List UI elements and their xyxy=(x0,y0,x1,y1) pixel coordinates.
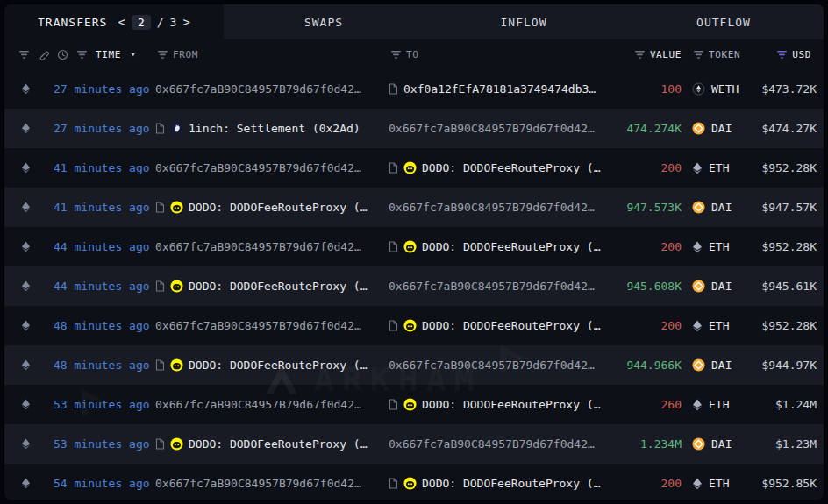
to-address-link[interactable]: 0x667fc7aB90C84957B79d67f0d42… xyxy=(389,122,595,135)
next-page-chevron-icon[interactable]: > xyxy=(182,15,189,29)
from-address-link[interactable]: 0x667fc7aB90C84957B79d67f0d42… xyxy=(155,82,361,96)
dodo-token-icon xyxy=(403,398,417,411)
from-cell: 0x667fc7aB90C84957B79d67f0d42… xyxy=(155,319,389,332)
transfer-row[interactable]: 48 minutes ago0x667fc7aB90C84957B79d67f0… xyxy=(4,306,824,345)
from-entity-link[interactable]: DODO: DODOFeeRouteProxy (… xyxy=(189,280,368,293)
transfer-row[interactable]: 48 minutes agoDODO: DODOFeeRouteProxy (…… xyxy=(4,345,824,385)
filter-icon[interactable] xyxy=(390,50,402,60)
transfers-panel: TRANSFERS < 2 / 3 > SWAPS INFLOW OUTFLOW… xyxy=(4,4,824,500)
transfer-time-link[interactable]: 44 minutes ago xyxy=(46,280,155,293)
transfer-usd-value: $945.61K xyxy=(746,280,824,293)
dodo-token-icon xyxy=(170,280,183,293)
from-cell: 0x667fc7aB90C84957B79d67f0d42… xyxy=(155,161,389,174)
document-icon[interactable] xyxy=(155,123,165,134)
filter-icon[interactable] xyxy=(157,50,168,60)
chain-cell xyxy=(4,438,46,450)
dai-token-icon xyxy=(692,280,705,293)
filter-icon-active[interactable] xyxy=(776,50,788,60)
document-icon[interactable] xyxy=(155,359,165,371)
oneinch-token-icon xyxy=(170,122,183,135)
to-entity-link[interactable]: DODO: DODOFeeRouteProxy (… xyxy=(422,240,601,253)
transfer-row[interactable]: 53 minutes agoDODO: DODOFeeRouteProxy (…… xyxy=(4,424,824,464)
token-cell: ETH xyxy=(682,161,746,174)
transfer-value: 200 xyxy=(618,240,682,253)
transfer-row[interactable]: 44 minutes agoDODO: DODOFeeRouteProxy (…… xyxy=(4,266,824,306)
from-entity-link[interactable]: DODO: DODOFeeRouteProxy (… xyxy=(189,201,368,214)
chain-cell xyxy=(4,241,46,252)
to-entity-link[interactable]: DODO: DODOFeeRouteProxy (… xyxy=(422,477,601,490)
transfer-row[interactable]: 27 minutes ago0x667fc7aB90C84957B79d67f0… xyxy=(4,69,824,109)
transfer-row[interactable]: 54 minutes ago0x667fc7aB90C84957B79d67f0… xyxy=(4,464,824,500)
transfer-row[interactable]: 41 minutes agoDODO: DODOFeeRouteProxy (…… xyxy=(4,188,824,227)
tab-transfers[interactable]: TRANSFERS < 2 / 3 > xyxy=(4,4,224,39)
transfer-time-link[interactable]: 53 minutes ago xyxy=(46,437,155,451)
to-address-link[interactable]: 0xf0a12fEfA78181a3749474db3… xyxy=(403,82,596,96)
document-icon[interactable] xyxy=(389,83,398,95)
filter-icon[interactable] xyxy=(18,50,30,60)
transfer-time-link[interactable]: 53 minutes ago xyxy=(46,398,155,411)
to-entity-link[interactable]: DODO: DODOFeeRouteProxy (… xyxy=(422,319,601,332)
transfer-row[interactable]: 53 minutes ago0x667fc7aB90C84957B79d67f0… xyxy=(4,385,824,424)
document-icon[interactable] xyxy=(389,478,398,489)
dai-token-icon xyxy=(692,358,705,372)
prev-page-chevron-icon[interactable]: < xyxy=(118,15,125,29)
from-address-link[interactable]: 0x667fc7aB90C84957B79d67f0d42… xyxy=(155,240,361,253)
filter-icon[interactable] xyxy=(693,50,704,60)
from-entity-link[interactable]: DODO: DODOFeeRouteProxy (… xyxy=(189,358,368,372)
link-icon[interactable] xyxy=(38,49,49,60)
document-icon[interactable] xyxy=(155,202,165,213)
from-cell: DODO: DODOFeeRouteProxy (… xyxy=(155,358,389,372)
document-icon[interactable] xyxy=(389,320,398,331)
to-address-link[interactable]: 0x667fc7aB90C84957B79d67f0d42… xyxy=(389,201,595,214)
tab-swaps[interactable]: SWAPS xyxy=(224,4,424,39)
transfer-row[interactable]: 41 minutes ago0x667fc7aB90C84957B79d67f0… xyxy=(4,148,824,188)
filter-icon[interactable] xyxy=(76,50,88,60)
to-address-link[interactable]: 0x667fc7aB90C84957B79d67f0d42… xyxy=(389,437,595,451)
from-entity-link[interactable]: DODO: DODOFeeRouteProxy (… xyxy=(189,437,368,451)
clock-icon[interactable] xyxy=(57,49,68,60)
transfer-time-link[interactable]: 44 minutes ago xyxy=(46,240,155,253)
transfer-row[interactable]: 44 minutes ago0x667fc7aB90C84957B79d67f0… xyxy=(4,227,824,266)
transfer-time-link[interactable]: 41 minutes ago xyxy=(46,161,155,174)
to-cell: DODO: DODOFeeRouteProxy (… xyxy=(389,477,618,490)
dodo-token-icon xyxy=(170,437,183,451)
transfer-time-link[interactable]: 54 minutes ago xyxy=(46,477,155,490)
from-address-link[interactable]: 0x667fc7aB90C84957B79d67f0d42… xyxy=(155,161,361,174)
tab-inflow[interactable]: INFLOW xyxy=(424,4,624,39)
transfer-time-link[interactable]: 27 minutes ago xyxy=(46,82,155,96)
document-icon[interactable] xyxy=(389,241,398,252)
eth-token-icon xyxy=(692,320,703,332)
transfer-time-link[interactable]: 48 minutes ago xyxy=(46,358,155,372)
to-cell: DODO: DODOFeeRouteProxy (… xyxy=(389,240,618,253)
from-cell: DODO: DODOFeeRouteProxy (… xyxy=(155,437,389,451)
document-icon[interactable] xyxy=(389,162,398,174)
document-icon[interactable] xyxy=(389,399,398,410)
from-address-link[interactable]: 0x667fc7aB90C84957B79d67f0d42… xyxy=(155,477,361,490)
chevron-down-icon[interactable]: ▾ xyxy=(131,50,136,59)
transfer-time-link[interactable]: 48 minutes ago xyxy=(46,319,155,332)
chain-cell xyxy=(4,162,46,174)
column-header-value: VALUE xyxy=(618,49,682,60)
page-separator: / xyxy=(157,16,164,29)
transfer-time-link[interactable]: 41 minutes ago xyxy=(46,201,155,214)
filter-icon[interactable] xyxy=(634,50,646,60)
chain-cell xyxy=(4,478,46,489)
transfer-time-link[interactable]: 27 minutes ago xyxy=(46,122,155,135)
from-address-link[interactable]: 0x667fc7aB90C84957B79d67f0d42… xyxy=(155,398,361,411)
from-address-link[interactable]: 0x667fc7aB90C84957B79d67f0d42… xyxy=(155,319,361,332)
document-icon[interactable] xyxy=(155,438,165,450)
transfer-value: 944.966K xyxy=(618,358,682,372)
from-entity-link[interactable]: 1inch: Settlement (0x2Ad) xyxy=(189,122,360,135)
to-entity-link[interactable]: DODO: DODOFeeRouteProxy (… xyxy=(422,161,601,174)
ethereum-icon xyxy=(21,359,31,371)
transfer-usd-value: $1.24M xyxy=(746,398,824,411)
document-icon[interactable] xyxy=(155,280,165,292)
to-address-link[interactable]: 0x667fc7aB90C84957B79d67f0d42… xyxy=(389,358,595,372)
tab-outflow[interactable]: OUTFLOW xyxy=(624,4,824,39)
token-cell: ETH xyxy=(682,398,746,411)
column-header-to-label: TO xyxy=(406,49,418,60)
transfer-row[interactable]: 27 minutes ago1inch: Settlement (0x2Ad)0… xyxy=(4,109,824,148)
to-entity-link[interactable]: DODO: DODOFeeRouteProxy (… xyxy=(422,398,601,411)
to-address-link[interactable]: 0x667fc7aB90C84957B79d67f0d42… xyxy=(389,280,595,293)
column-header-time[interactable]: TIME xyxy=(96,49,121,60)
